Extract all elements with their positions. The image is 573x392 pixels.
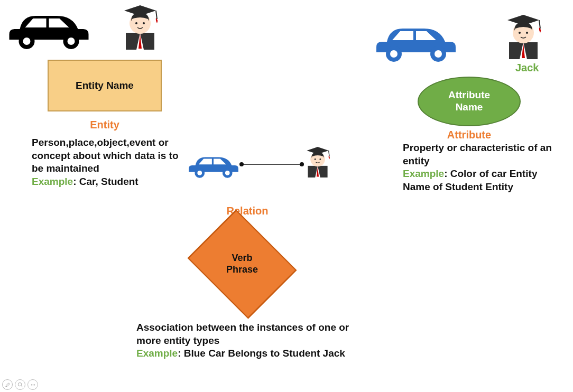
svg-line-17	[539, 20, 540, 29]
svg-point-6	[135, 22, 137, 24]
svg-point-19	[197, 171, 202, 175]
svg-point-27	[315, 158, 316, 160]
diamond-line1: Verb	[232, 253, 252, 263]
car-icon	[5, 5, 93, 53]
entity-box-label: Entity Name	[76, 80, 134, 91]
bottom-toolbar	[2, 379, 38, 390]
car-icon	[371, 18, 461, 66]
svg-point-30	[18, 382, 21, 386]
svg-point-3	[68, 38, 75, 45]
svg-point-33	[32, 384, 33, 385]
svg-point-28	[319, 158, 321, 160]
attr-ellipse-line1: Attribute	[448, 89, 490, 100]
attribute-title: Attribute	[418, 129, 521, 141]
pen-icon[interactable]	[2, 379, 13, 390]
attribute-description: Property or characteristic of an entity …	[403, 142, 567, 194]
svg-point-34	[34, 384, 35, 385]
relation-diamond: Verb Phrase	[189, 225, 295, 303]
svg-point-15	[519, 32, 521, 34]
attribute-ellipse: Attribute Name	[418, 77, 521, 126]
svg-point-16	[526, 32, 528, 34]
svg-line-8	[156, 11, 157, 19]
student-icon	[500, 11, 547, 63]
svg-point-32	[31, 384, 32, 385]
attr-example-label: Example	[403, 168, 444, 179]
magnify-icon[interactable]	[15, 379, 25, 390]
entity-example-label: Example	[32, 176, 73, 187]
svg-point-12	[435, 50, 442, 58]
relation-example-label: Example	[136, 348, 178, 359]
diamond-line2: Phrase	[226, 264, 258, 275]
relation-connector	[239, 162, 304, 167]
entity-name-box: Entity Name	[48, 60, 162, 111]
svg-point-21	[225, 171, 230, 175]
svg-point-7	[143, 22, 145, 24]
student-icon	[116, 1, 164, 54]
relation-title: Relation	[216, 205, 279, 217]
svg-point-1	[23, 38, 31, 45]
entity-title: Entity	[48, 119, 162, 131]
svg-point-10	[390, 50, 398, 58]
relation-description: Association between the instances of one…	[136, 321, 374, 360]
student-icon	[301, 144, 334, 181]
entity-description: Person,place,object,event or concept abo…	[32, 136, 185, 189]
svg-line-29	[329, 151, 329, 156]
attr-ellipse-line2: Name	[456, 101, 483, 113]
jack-label: Jack	[515, 62, 539, 74]
svg-line-31	[21, 386, 23, 387]
more-icon[interactable]	[27, 379, 38, 390]
car-icon	[187, 150, 240, 181]
